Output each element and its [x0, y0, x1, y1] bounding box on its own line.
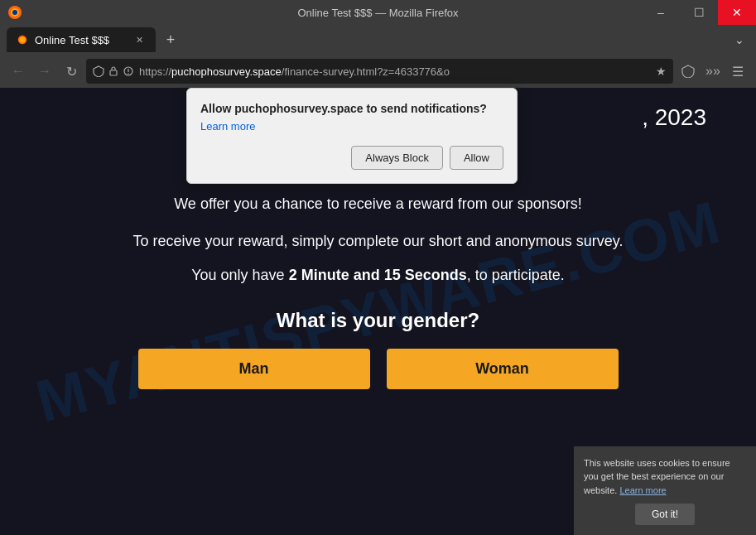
- extensions-button[interactable]: »»: [701, 60, 725, 83]
- notification-icon: [123, 65, 134, 77]
- tab-bar: Online Test $$$ ✕ + ⌄: [0, 25, 756, 55]
- title-bar: Online Test $$$ — Mozilla Firefox – ☐ ✕: [0, 0, 756, 25]
- cookie-notice-text: This website uses cookies to ensure you …: [584, 456, 746, 498]
- tab-bar-right: ⌄: [730, 33, 749, 46]
- url-prefix: https://: [139, 65, 171, 78]
- protection-shield-icon: [681, 65, 695, 78]
- nav-bar: ← → ↻ https://puchophosurvey.space/fin: [0, 55, 756, 88]
- window-controls: – ☐ ✕: [642, 0, 756, 25]
- browser-chrome: Online Test $$$ — Mozilla Firefox – ☐ ✕ …: [0, 0, 756, 88]
- nav-right-icons: »» ☰: [677, 60, 749, 83]
- shield-btn[interactable]: [677, 60, 700, 83]
- tab-favicon: [17, 34, 28, 46]
- firefox-logo: [7, 4, 23, 21]
- cookie-notice: This website uses cookies to ensure you …: [574, 446, 756, 536]
- page-para1: We offer you a chance to receive a rewar…: [89, 192, 668, 216]
- new-tab-button[interactable]: +: [159, 28, 182, 51]
- url-path: /finance-survey.html?z=4633776&o: [282, 65, 450, 78]
- minimize-button[interactable]: –: [642, 0, 680, 25]
- active-tab[interactable]: Online Test $$$ ✕: [7, 27, 156, 52]
- maximize-button[interactable]: ☐: [680, 0, 718, 25]
- gender-buttons: Man Woman: [17, 349, 739, 389]
- tab-close-button[interactable]: ✕: [132, 33, 146, 46]
- menu-button[interactable]: ☰: [726, 60, 749, 83]
- window-title: Online Test $$$ — Mozilla Firefox: [297, 7, 458, 19]
- woman-button[interactable]: Woman: [387, 349, 619, 389]
- man-button[interactable]: Man: [138, 349, 370, 389]
- svg-rect-5: [110, 70, 117, 75]
- address-bar[interactable]: https://puchophosurvey.space/finance-sur…: [86, 59, 673, 84]
- always-block-button[interactable]: Always Block: [351, 146, 443, 170]
- cookie-got-it-button[interactable]: Got it!: [635, 504, 695, 525]
- address-security-icons: [93, 65, 134, 77]
- notification-popup: Allow puchophosurvey.space to send notif…: [186, 88, 518, 184]
- tab-label: Online Test $$$: [35, 34, 109, 46]
- gender-question: What is your gender?: [17, 309, 739, 332]
- url-display: https://puchophosurvey.space/finance-sur…: [139, 65, 651, 78]
- cookie-learn-more-link[interactable]: Learn more: [619, 485, 666, 495]
- url-domain: puchophosurvey.space: [171, 65, 282, 78]
- tab-overflow-button[interactable]: ⌄: [730, 33, 749, 46]
- timer-text-before: You only have: [191, 267, 288, 283]
- svg-point-8: [128, 73, 129, 75]
- bookmark-star-icon[interactable]: ★: [656, 65, 667, 78]
- back-button[interactable]: ←: [7, 60, 30, 83]
- timer-bold: 2 Minute and 15 Seconds: [289, 267, 467, 283]
- page-timer: You only have 2 Minute and 15 Seconds, t…: [17, 267, 739, 284]
- timer-text-after: , to participate.: [467, 267, 565, 283]
- page-para2: To receive your reward, simply complete …: [89, 229, 668, 253]
- notification-popup-buttons: Always Block Allow: [200, 146, 503, 170]
- allow-button[interactable]: Allow: [450, 146, 503, 170]
- shield-icon: [93, 65, 104, 77]
- lock-icon: [108, 65, 119, 77]
- reload-button[interactable]: ↻: [60, 60, 83, 83]
- notification-popup-title: Allow puchophosurvey.space to send notif…: [200, 102, 503, 115]
- close-button[interactable]: ✕: [718, 0, 756, 25]
- notification-learn-more-link[interactable]: Learn more: [200, 120, 503, 133]
- svg-point-4: [20, 37, 26, 43]
- forward-button[interactable]: →: [33, 60, 56, 83]
- svg-point-2: [12, 10, 17, 15]
